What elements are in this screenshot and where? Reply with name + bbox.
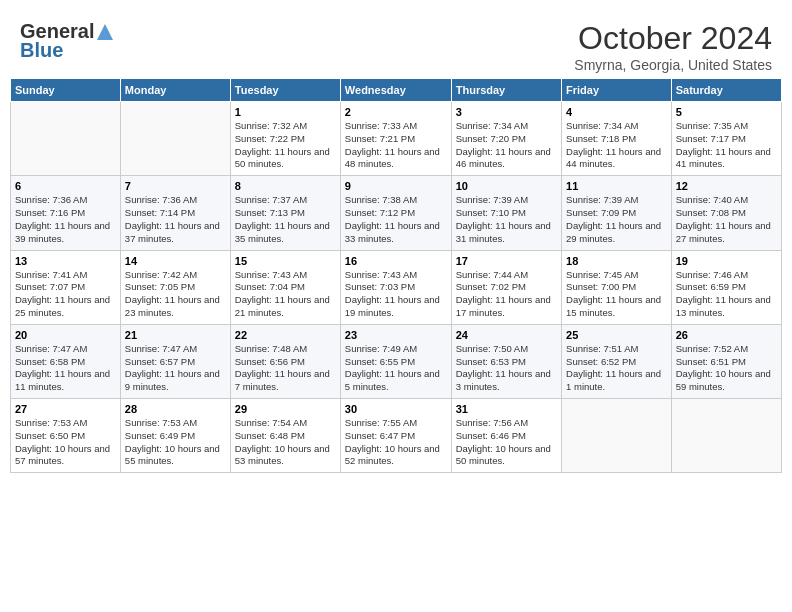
day-info: Sunrise: 7:33 AMSunset: 7:21 PMDaylight:…: [345, 120, 447, 171]
day-info: Sunrise: 7:44 AMSunset: 7:02 PMDaylight:…: [456, 269, 557, 320]
day-number: 12: [676, 180, 777, 192]
day-number: 22: [235, 329, 336, 341]
calendar-day-cell: [671, 399, 781, 473]
calendar-day-cell: 30Sunrise: 7:55 AMSunset: 6:47 PMDayligh…: [340, 399, 451, 473]
calendar-day-cell: 23Sunrise: 7:49 AMSunset: 6:55 PMDayligh…: [340, 324, 451, 398]
calendar-day-cell: 18Sunrise: 7:45 AMSunset: 7:00 PMDayligh…: [562, 250, 672, 324]
day-number: 30: [345, 403, 447, 415]
day-info: Sunrise: 7:50 AMSunset: 6:53 PMDaylight:…: [456, 343, 557, 394]
day-info: Sunrise: 7:36 AMSunset: 7:16 PMDaylight:…: [15, 194, 116, 245]
calendar-day-cell: 19Sunrise: 7:46 AMSunset: 6:59 PMDayligh…: [671, 250, 781, 324]
calendar-week-row: 20Sunrise: 7:47 AMSunset: 6:58 PMDayligh…: [11, 324, 782, 398]
day-number: 19: [676, 255, 777, 267]
day-number: 28: [125, 403, 226, 415]
day-number: 4: [566, 106, 667, 118]
day-info: Sunrise: 7:42 AMSunset: 7:05 PMDaylight:…: [125, 269, 226, 320]
calendar-day-cell: 21Sunrise: 7:47 AMSunset: 6:57 PMDayligh…: [120, 324, 230, 398]
day-number: 8: [235, 180, 336, 192]
day-number: 29: [235, 403, 336, 415]
day-number: 13: [15, 255, 116, 267]
day-info: Sunrise: 7:41 AMSunset: 7:07 PMDaylight:…: [15, 269, 116, 320]
day-number: 15: [235, 255, 336, 267]
day-number: 9: [345, 180, 447, 192]
calendar-day-cell: 10Sunrise: 7:39 AMSunset: 7:10 PMDayligh…: [451, 176, 561, 250]
day-info: Sunrise: 7:37 AMSunset: 7:13 PMDaylight:…: [235, 194, 336, 245]
day-number: 3: [456, 106, 557, 118]
calendar-day-cell: 4Sunrise: 7:34 AMSunset: 7:18 PMDaylight…: [562, 102, 672, 176]
calendar-day-cell: 13Sunrise: 7:41 AMSunset: 7:07 PMDayligh…: [11, 250, 121, 324]
day-number: 26: [676, 329, 777, 341]
day-info: Sunrise: 7:49 AMSunset: 6:55 PMDaylight:…: [345, 343, 447, 394]
day-number: 6: [15, 180, 116, 192]
calendar-day-cell: 1Sunrise: 7:32 AMSunset: 7:22 PMDaylight…: [230, 102, 340, 176]
calendar-week-row: 27Sunrise: 7:53 AMSunset: 6:50 PMDayligh…: [11, 399, 782, 473]
day-info: Sunrise: 7:43 AMSunset: 7:03 PMDaylight:…: [345, 269, 447, 320]
day-number: 20: [15, 329, 116, 341]
logo-blue: Blue: [20, 39, 63, 62]
calendar-week-row: 13Sunrise: 7:41 AMSunset: 7:07 PMDayligh…: [11, 250, 782, 324]
day-number: 5: [676, 106, 777, 118]
day-number: 27: [15, 403, 116, 415]
day-info: Sunrise: 7:38 AMSunset: 7:12 PMDaylight:…: [345, 194, 447, 245]
day-number: 1: [235, 106, 336, 118]
day-number: 7: [125, 180, 226, 192]
day-info: Sunrise: 7:47 AMSunset: 6:58 PMDaylight:…: [15, 343, 116, 394]
day-info: Sunrise: 7:45 AMSunset: 7:00 PMDaylight:…: [566, 269, 667, 320]
month-title: October 2024: [574, 20, 772, 57]
calendar-day-cell: 22Sunrise: 7:48 AMSunset: 6:56 PMDayligh…: [230, 324, 340, 398]
calendar-day-cell: 25Sunrise: 7:51 AMSunset: 6:52 PMDayligh…: [562, 324, 672, 398]
day-info: Sunrise: 7:34 AMSunset: 7:20 PMDaylight:…: [456, 120, 557, 171]
weekday-header-cell: Wednesday: [340, 79, 451, 102]
day-info: Sunrise: 7:56 AMSunset: 6:46 PMDaylight:…: [456, 417, 557, 468]
day-number: 16: [345, 255, 447, 267]
day-number: 25: [566, 329, 667, 341]
calendar-day-cell: 15Sunrise: 7:43 AMSunset: 7:04 PMDayligh…: [230, 250, 340, 324]
day-info: Sunrise: 7:48 AMSunset: 6:56 PMDaylight:…: [235, 343, 336, 394]
day-number: 31: [456, 403, 557, 415]
day-info: Sunrise: 7:53 AMSunset: 6:50 PMDaylight:…: [15, 417, 116, 468]
calendar-day-cell: 16Sunrise: 7:43 AMSunset: 7:03 PMDayligh…: [340, 250, 451, 324]
weekday-header-cell: Monday: [120, 79, 230, 102]
logo: General Blue: [20, 20, 115, 62]
weekday-header-row: SundayMondayTuesdayWednesdayThursdayFrid…: [11, 79, 782, 102]
day-info: Sunrise: 7:34 AMSunset: 7:18 PMDaylight:…: [566, 120, 667, 171]
calendar-day-cell: 27Sunrise: 7:53 AMSunset: 6:50 PMDayligh…: [11, 399, 121, 473]
day-number: 17: [456, 255, 557, 267]
day-info: Sunrise: 7:39 AMSunset: 7:09 PMDaylight:…: [566, 194, 667, 245]
title-block: October 2024 Smyrna, Georgia, United Sta…: [574, 20, 772, 73]
day-info: Sunrise: 7:40 AMSunset: 7:08 PMDaylight:…: [676, 194, 777, 245]
calendar-day-cell: [562, 399, 672, 473]
weekday-header-cell: Tuesday: [230, 79, 340, 102]
calendar-day-cell: 26Sunrise: 7:52 AMSunset: 6:51 PMDayligh…: [671, 324, 781, 398]
day-info: Sunrise: 7:47 AMSunset: 6:57 PMDaylight:…: [125, 343, 226, 394]
calendar-body: 1Sunrise: 7:32 AMSunset: 7:22 PMDaylight…: [11, 102, 782, 473]
page-header: General Blue October 2024 Smyrna, Georgi…: [10, 10, 782, 78]
calendar-day-cell: 29Sunrise: 7:54 AMSunset: 6:48 PMDayligh…: [230, 399, 340, 473]
day-number: 10: [456, 180, 557, 192]
calendar-day-cell: 9Sunrise: 7:38 AMSunset: 7:12 PMDaylight…: [340, 176, 451, 250]
calendar-week-row: 1Sunrise: 7:32 AMSunset: 7:22 PMDaylight…: [11, 102, 782, 176]
weekday-header-cell: Thursday: [451, 79, 561, 102]
calendar-day-cell: [120, 102, 230, 176]
calendar-day-cell: 12Sunrise: 7:40 AMSunset: 7:08 PMDayligh…: [671, 176, 781, 250]
svg-marker-0: [97, 24, 113, 40]
day-info: Sunrise: 7:54 AMSunset: 6:48 PMDaylight:…: [235, 417, 336, 468]
day-info: Sunrise: 7:36 AMSunset: 7:14 PMDaylight:…: [125, 194, 226, 245]
calendar-day-cell: 24Sunrise: 7:50 AMSunset: 6:53 PMDayligh…: [451, 324, 561, 398]
day-info: Sunrise: 7:32 AMSunset: 7:22 PMDaylight:…: [235, 120, 336, 171]
weekday-header-cell: Saturday: [671, 79, 781, 102]
day-number: 2: [345, 106, 447, 118]
calendar-day-cell: 5Sunrise: 7:35 AMSunset: 7:17 PMDaylight…: [671, 102, 781, 176]
day-number: 21: [125, 329, 226, 341]
calendar-day-cell: 28Sunrise: 7:53 AMSunset: 6:49 PMDayligh…: [120, 399, 230, 473]
logo-icon: [95, 22, 115, 42]
day-number: 24: [456, 329, 557, 341]
day-info: Sunrise: 7:46 AMSunset: 6:59 PMDaylight:…: [676, 269, 777, 320]
calendar-day-cell: 14Sunrise: 7:42 AMSunset: 7:05 PMDayligh…: [120, 250, 230, 324]
day-info: Sunrise: 7:51 AMSunset: 6:52 PMDaylight:…: [566, 343, 667, 394]
day-info: Sunrise: 7:35 AMSunset: 7:17 PMDaylight:…: [676, 120, 777, 171]
day-number: 18: [566, 255, 667, 267]
weekday-header-cell: Friday: [562, 79, 672, 102]
calendar-table: SundayMondayTuesdayWednesdayThursdayFrid…: [10, 78, 782, 473]
day-number: 14: [125, 255, 226, 267]
